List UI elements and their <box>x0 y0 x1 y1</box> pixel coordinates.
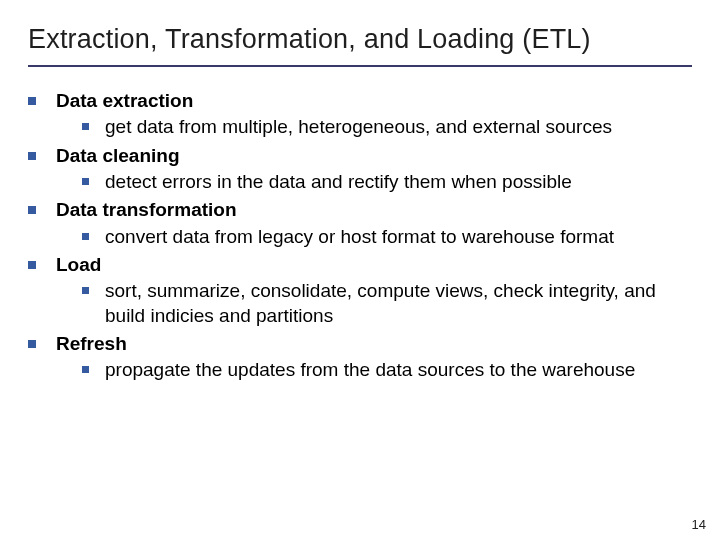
slide-title: Extraction, Transformation, and Loading … <box>28 24 692 67</box>
list-item: Data cleaning <box>28 144 692 168</box>
square-bullet-icon <box>82 178 89 185</box>
square-bullet-icon <box>28 97 36 105</box>
item-heading: Data cleaning <box>56 144 692 168</box>
item-text: get data from multiple, heterogeneous, a… <box>105 115 692 139</box>
square-bullet-icon <box>28 261 36 269</box>
square-bullet-icon <box>28 206 36 214</box>
list-subitem: get data from multiple, heterogeneous, a… <box>82 115 692 139</box>
slide-content: Data extraction get data from multiple, … <box>28 89 692 382</box>
item-heading: Load <box>56 253 692 277</box>
list-item: Load <box>28 253 692 277</box>
item-text: propagate the updates from the data sour… <box>105 358 692 382</box>
square-bullet-icon <box>82 233 89 240</box>
item-heading: Data extraction <box>56 89 692 113</box>
slide: Extraction, Transformation, and Loading … <box>0 0 720 540</box>
square-bullet-icon <box>82 287 89 294</box>
list-subitem: convert data from legacy or host format … <box>82 225 692 249</box>
list-item: Refresh <box>28 332 692 356</box>
list-item: Data transformation <box>28 198 692 222</box>
square-bullet-icon <box>28 340 36 348</box>
item-text: convert data from legacy or host format … <box>105 225 692 249</box>
square-bullet-icon <box>82 366 89 373</box>
item-heading: Data transformation <box>56 198 692 222</box>
item-text: detect errors in the data and rectify th… <box>105 170 692 194</box>
page-number: 14 <box>692 517 706 532</box>
square-bullet-icon <box>28 152 36 160</box>
list-item: Data extraction <box>28 89 692 113</box>
item-heading: Refresh <box>56 332 692 356</box>
item-text: sort, summarize, consolidate, compute vi… <box>105 279 692 328</box>
list-subitem: propagate the updates from the data sour… <box>82 358 692 382</box>
list-subitem: sort, summarize, consolidate, compute vi… <box>82 279 692 328</box>
list-subitem: detect errors in the data and rectify th… <box>82 170 692 194</box>
square-bullet-icon <box>82 123 89 130</box>
